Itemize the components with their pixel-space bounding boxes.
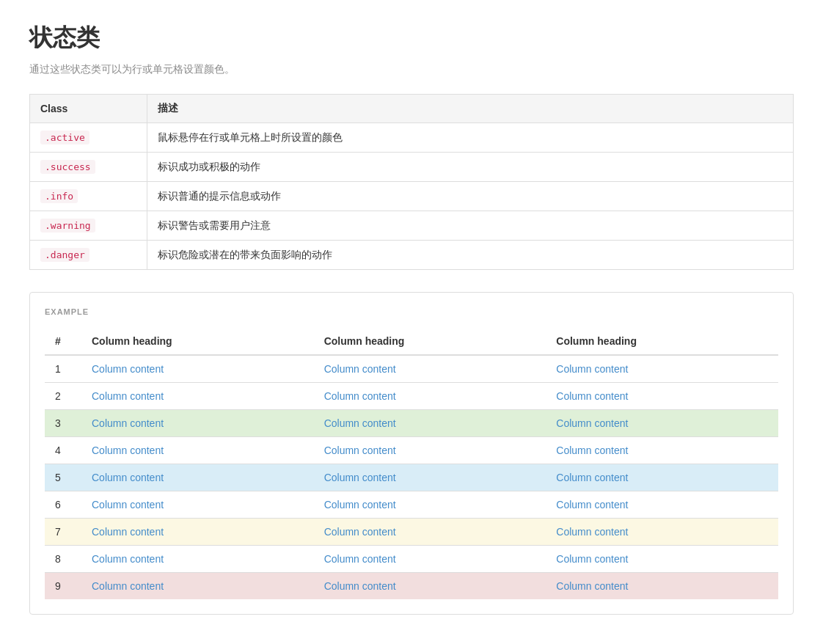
row-cell-1: Column content	[81, 410, 314, 437]
status-description: 鼠标悬停在行或单元格上时所设置的颜色	[147, 123, 794, 153]
row-number: 6	[45, 491, 81, 519]
row-number: 1	[45, 355, 81, 383]
row-cell-3: Column content	[546, 383, 778, 410]
table-row: 6Column contentColumn contentColumn cont…	[45, 491, 778, 519]
status-table-header-class: Class	[30, 95, 147, 123]
row-cell-2: Column content	[314, 573, 546, 600]
row-cell-1: Column content	[81, 573, 314, 600]
status-table-row: .success标识成功或积极的动作	[30, 153, 794, 182]
table-row: 2Column contentColumn contentColumn cont…	[45, 383, 778, 410]
status-description: 标识警告或需要用户注意	[147, 211, 794, 241]
status-class-table: Class 描述 .active鼠标悬停在行或单元格上时所设置的颜色.succe…	[29, 94, 794, 270]
example-table-header-num: #	[45, 328, 81, 355]
row-cell-3: Column content	[546, 519, 778, 546]
row-number: 7	[45, 519, 81, 546]
class-badge-active: .active	[40, 131, 89, 144]
row-cell-3: Column content	[546, 573, 778, 600]
row-cell-2: Column content	[314, 383, 546, 410]
class-badge-danger: .danger	[40, 248, 89, 262]
table-row: 5Column contentColumn contentColumn cont…	[45, 464, 778, 491]
status-table-row: .info标识普通的提示信息或动作	[30, 182, 794, 211]
row-cell-3: Column content	[546, 437, 778, 464]
table-row: 3Column contentColumn contentColumn cont…	[45, 410, 778, 437]
example-table: # Column heading Column heading Column h…	[45, 328, 778, 599]
status-description: 标识成功或积极的动作	[147, 153, 794, 182]
table-row: 9Column contentColumn contentColumn cont…	[45, 573, 778, 600]
row-number: 9	[45, 573, 81, 600]
row-cell-1: Column content	[81, 464, 314, 491]
row-cell-2: Column content	[314, 437, 546, 464]
row-cell-1: Column content	[81, 355, 314, 383]
table-row: 8Column contentColumn contentColumn cont…	[45, 546, 778, 573]
class-badge-warning: .warning	[40, 219, 95, 233]
row-cell-1: Column content	[81, 491, 314, 519]
row-cell-2: Column content	[314, 546, 546, 573]
example-table-header-col3: Column heading	[546, 328, 778, 355]
class-badge-success: .success	[40, 160, 95, 174]
page-subtitle: 通过这些状态类可以为行或单元格设置颜色。	[29, 63, 794, 76]
row-number: 3	[45, 410, 81, 437]
status-table-header-desc: 描述	[147, 95, 794, 123]
example-table-header-col1: Column heading	[81, 328, 314, 355]
status-table-row: .danger标识危险或潜在的带来负面影响的动作	[30, 241, 794, 270]
row-cell-3: Column content	[546, 464, 778, 491]
class-badge-info: .info	[40, 189, 78, 203]
row-cell-2: Column content	[314, 464, 546, 491]
example-table-header-col2: Column heading	[314, 328, 546, 355]
status-table-row: .active鼠标悬停在行或单元格上时所设置的颜色	[30, 123, 794, 153]
page-title: 状态类	[29, 22, 794, 54]
table-row: 7Column contentColumn contentColumn cont…	[45, 519, 778, 546]
example-panel: EXAMPLE # Column heading Column heading …	[29, 292, 794, 615]
row-cell-3: Column content	[546, 491, 778, 519]
row-cell-3: Column content	[546, 410, 778, 437]
row-cell-2: Column content	[314, 410, 546, 437]
example-label: EXAMPLE	[45, 307, 778, 316]
row-number: 5	[45, 464, 81, 491]
row-cell-1: Column content	[81, 437, 314, 464]
row-cell-2: Column content	[314, 519, 546, 546]
row-cell-3: Column content	[546, 546, 778, 573]
status-table-row: .warning标识警告或需要用户注意	[30, 211, 794, 241]
status-description: 标识普通的提示信息或动作	[147, 182, 794, 211]
row-cell-1: Column content	[81, 519, 314, 546]
row-number: 4	[45, 437, 81, 464]
row-cell-1: Column content	[81, 383, 314, 410]
table-row: 4Column contentColumn contentColumn cont…	[45, 437, 778, 464]
table-row: 1Column contentColumn contentColumn cont…	[45, 355, 778, 383]
row-cell-2: Column content	[314, 355, 546, 383]
row-cell-3: Column content	[546, 355, 778, 383]
row-cell-1: Column content	[81, 546, 314, 573]
row-cell-2: Column content	[314, 491, 546, 519]
status-description: 标识危险或潜在的带来负面影响的动作	[147, 241, 794, 270]
row-number: 2	[45, 383, 81, 410]
row-number: 8	[45, 546, 81, 573]
